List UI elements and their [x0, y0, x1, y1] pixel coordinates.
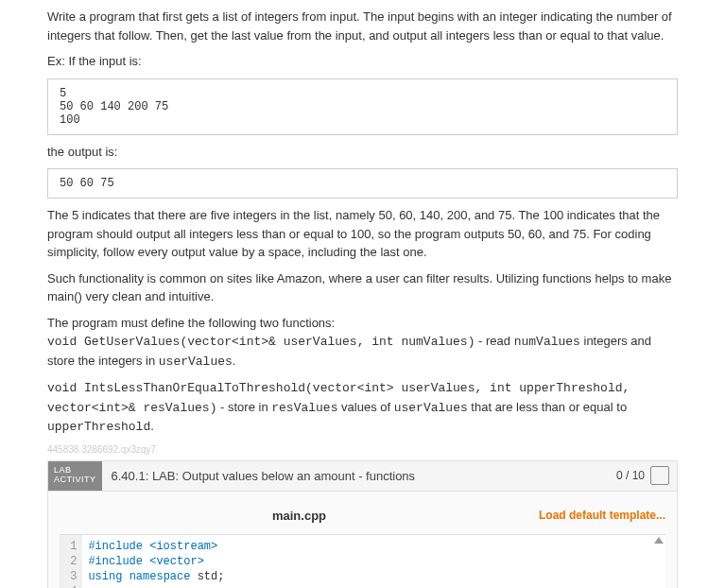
- input-example-box: 5 50 60 140 200 75 100: [47, 78, 678, 135]
- lab-score: 0 / 10: [609, 461, 677, 491]
- output-example-box: 50 60 75: [47, 168, 678, 199]
- line-number: 1: [63, 539, 77, 554]
- score-expand-box[interactable]: [650, 466, 669, 485]
- output-label: the output is:: [47, 143, 678, 162]
- file-name: main.cpp: [60, 509, 539, 523]
- intro-paragraph: Write a program that first gets a list o…: [47, 8, 678, 44]
- problem-page: Write a program that first gets a list o…: [0, 8, 725, 588]
- example-label: Ex: If the input is:: [47, 52, 678, 71]
- editor-code-area[interactable]: #include <iostream>#include <vector>usin…: [82, 535, 725, 589]
- lab-activity-panel: LAB ACTIVITY 6.40.1: LAB: Output values …: [47, 460, 678, 589]
- function-requirement-2: void IntsLessThanOrEqualToThreshold(vect…: [47, 378, 678, 437]
- code-line[interactable]: #include <iostream>: [88, 539, 725, 554]
- line-number: 2: [63, 554, 77, 569]
- code-editor[interactable]: 1234567891011121314 #include <iostream>#…: [60, 534, 665, 589]
- lab-tag: LAB ACTIVITY: [48, 461, 102, 491]
- code-line[interactable]: #include <vector>: [88, 554, 725, 569]
- code-line[interactable]: using namespace std;: [88, 569, 725, 584]
- explain-paragraph-1: The 5 indicates that there are five inte…: [47, 206, 678, 262]
- load-default-template-link[interactable]: Load default template...: [539, 509, 665, 522]
- lab-title: 6.40.1: LAB: Output values below an amou…: [102, 461, 609, 491]
- line-number: 3: [63, 569, 77, 584]
- function-requirement-lead: The program must define the following tw…: [47, 314, 678, 372]
- line-number: 4: [63, 584, 77, 589]
- editor-gutter: 1234567891011121314: [60, 535, 82, 589]
- question-id: 445838.3286692.qx3zqy7: [47, 444, 678, 455]
- signature-1: void GetUserValues(vector<int>& userValu…: [47, 335, 475, 349]
- lab-body: main.cpp Load default template... 123456…: [48, 492, 677, 589]
- lab-header: LAB ACTIVITY 6.40.1: LAB: Output values …: [48, 461, 677, 492]
- file-row: main.cpp Load default template...: [60, 501, 665, 534]
- code-line[interactable]: [88, 584, 725, 589]
- explain-paragraph-2: Such functionality is common on sites li…: [47, 269, 678, 306]
- scroll-up-arrow-icon[interactable]: [654, 537, 664, 544]
